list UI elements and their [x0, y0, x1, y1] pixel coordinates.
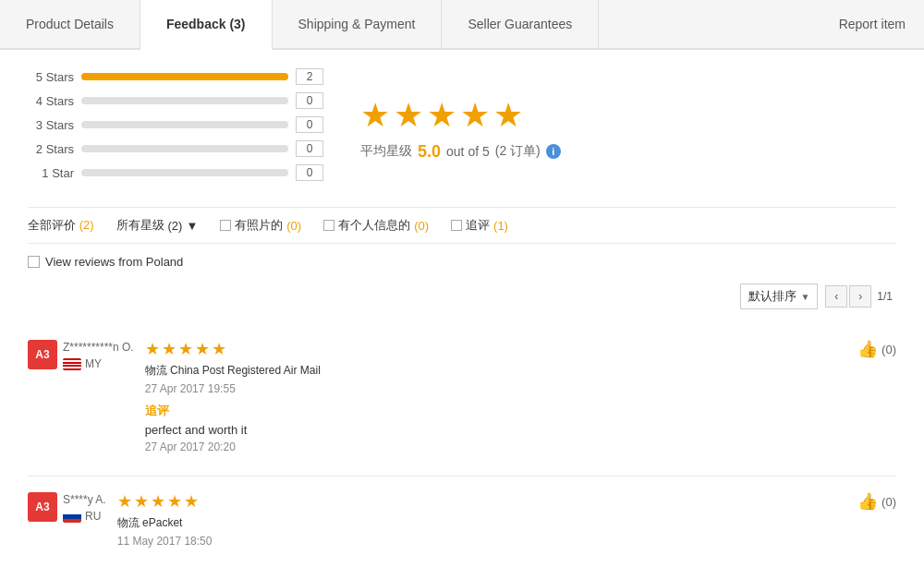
tab-shipping[interactable]: Shipping & Payment [273, 0, 443, 48]
tab-spacer [599, 0, 820, 48]
shipping-label: 物流 [145, 364, 167, 377]
review-star: ★ [184, 491, 199, 512]
review-star: ★ [212, 339, 226, 359]
review-star: ★ [151, 491, 165, 512]
like-button[interactable]: 👍 (0) [857, 339, 896, 359]
main-content: 5 Stars 2 4 Stars 0 3 Stars 0 2 Stars 0 … [0, 50, 924, 567]
shipping-method: China Post Registered Air Mail [170, 364, 321, 377]
avatar: A3 [28, 340, 57, 369]
star-bar-bg [81, 145, 288, 152]
thumbs-up-icon: 👍 [857, 491, 878, 512]
reviewer-name: S****y A. [63, 493, 106, 506]
sort-dropdown-arrow: ▼ [800, 292, 809, 302]
like-count: (0) [881, 495, 896, 509]
filter-photo-label: 有照片的 [235, 217, 283, 234]
star-bar-row: 3 Stars 0 [28, 116, 323, 133]
report-item-button[interactable]: Report item [821, 0, 924, 48]
star-bar-bg [81, 97, 288, 104]
reviewer-left: A3 Z**********n O. MY [28, 339, 134, 461]
shipping-label: 物流 [117, 516, 140, 529]
review-star: ★ [162, 339, 176, 359]
review-meta: 物流 China Post Registered Air Mail [145, 363, 321, 379]
country-flag [63, 511, 81, 523]
filter-personal[interactable]: 有个人信息的 (0) [323, 217, 429, 234]
country-flag [63, 358, 81, 370]
poland-checkbox[interactable] [28, 256, 40, 268]
rating-prefix: 平均星级 [360, 143, 412, 160]
tab-product-details[interactable]: Product Details [0, 0, 140, 48]
review-meta: 物流 ePacket [117, 515, 213, 531]
filter-all[interactable]: 全部评价 (2) [28, 217, 94, 234]
filter-stars-label: 所有星级 [116, 217, 164, 234]
filter-bar: 全部评价 (2) 所有星级 (2) ▼ 有照片的 (0) 有个人信息的 (0) … [28, 207, 896, 244]
view-from-poland[interactable]: View reviews from Poland [28, 255, 896, 269]
review-top: ★★★★★ 物流 China Post Registered Air Mail … [145, 339, 896, 461]
sort-label: 默认排序 [748, 288, 796, 305]
country-code: MY [85, 357, 102, 370]
star-bar-row: 2 Stars 0 [28, 140, 323, 157]
review-item: A3 S****y A. RU ★★★★★ 物流 ePacket [28, 477, 896, 567]
review-stars: ★★★★★ [117, 491, 213, 512]
avatar: A3 [28, 492, 57, 522]
review-content: ★★★★★ 物流 China Post Registered Air Mail … [145, 339, 321, 461]
filter-photo[interactable]: 有照片的 (0) [220, 217, 301, 234]
rating-text: 平均星级 5.0 out of 5 (2 订单) i [360, 142, 561, 162]
review-star: ★ [145, 339, 160, 359]
shipping-method: ePacket [142, 516, 182, 529]
big-star-1: ★ [360, 96, 390, 135]
reviewer-country: MY [63, 357, 134, 370]
followup-checkbox[interactable] [451, 220, 462, 231]
star-bar-label: 1 Star [28, 166, 74, 180]
big-star-4: ★ [460, 96, 490, 135]
big-stars: ★ ★ ★ ★ ★ [360, 96, 561, 135]
review-date: 11 May 2017 18:50 [117, 535, 213, 548]
like-button[interactable]: 👍 (0) [857, 491, 896, 512]
big-star-5: ★ [493, 96, 523, 135]
rating-orders: (2 订单) [495, 143, 541, 160]
reviews-list: A3 Z**********n O. MY ★★★★★ 物流 China Pos… [28, 324, 896, 567]
star-bar-label: 5 Stars [28, 70, 74, 84]
big-star-2: ★ [394, 96, 423, 135]
star-bar-bg [81, 121, 288, 128]
filter-all-count: (2) [79, 218, 94, 232]
review-stars: ★★★★★ [145, 339, 321, 359]
star-bar-label: 3 Stars [28, 118, 74, 132]
review-content: ★★★★★ 物流 ePacket 11 May 2017 18:50 [117, 491, 213, 555]
review-item: A3 Z**********n O. MY ★★★★★ 物流 China Pos… [28, 324, 896, 477]
filter-followup-count: (1) [493, 219, 508, 233]
review-body: ★★★★★ 物流 ePacket 11 May 2017 18:50 👍 (0) [117, 491, 896, 555]
rating-section: 5 Stars 2 4 Stars 0 3 Stars 0 2 Stars 0 … [28, 68, 896, 188]
sort-row: 默认排序 ▼ ‹ › 1/1 [28, 284, 896, 309]
like-count: (0) [881, 343, 896, 356]
filter-all-label: 全部评价 [28, 218, 76, 232]
star-bars: 5 Stars 2 4 Stars 0 3 Stars 0 2 Stars 0 … [28, 68, 323, 188]
tab-feedback[interactable]: Feedback (3) [140, 0, 273, 50]
next-page-button[interactable]: › [849, 285, 871, 308]
filter-followup-label: 追评 [466, 217, 490, 234]
photo-checkbox[interactable] [220, 220, 231, 231]
follow-up-date: 27 Apr 2017 20:20 [145, 440, 321, 453]
sort-select[interactable]: 默认排序 ▼ [740, 284, 818, 309]
rating-score: 5.0 [418, 142, 441, 162]
personal-checkbox[interactable] [323, 220, 334, 231]
star-bar-label: 2 Stars [28, 142, 74, 156]
filter-personal-count: (0) [414, 219, 429, 233]
filter-followup[interactable]: 追评 (1) [451, 217, 508, 234]
pagination: ‹ › 1/1 [825, 285, 896, 308]
info-icon[interactable]: i [546, 144, 561, 159]
star-bar-count: 2 [296, 68, 323, 85]
tab-seller[interactable]: Seller Guarantees [442, 0, 599, 48]
star-bar-count: 0 [296, 164, 323, 181]
tab-bar: Product Details Feedback (3) Shipping & … [0, 0, 924, 50]
prev-page-button[interactable]: ‹ [825, 285, 847, 308]
country-code: RU [85, 510, 101, 523]
review-star: ★ [178, 339, 193, 359]
star-bar-bg [81, 73, 288, 80]
star-bar-row: 5 Stars 2 [28, 68, 323, 85]
review-body: ★★★★★ 物流 China Post Registered Air Mail … [145, 339, 896, 461]
rating-out-of: out of 5 [446, 144, 490, 159]
big-star-3: ★ [427, 96, 456, 135]
view-from-label: View reviews from Poland [45, 255, 183, 269]
star-bar-bg [81, 169, 288, 176]
filter-stars-select[interactable]: 所有星级 (2) ▼ [116, 217, 199, 234]
